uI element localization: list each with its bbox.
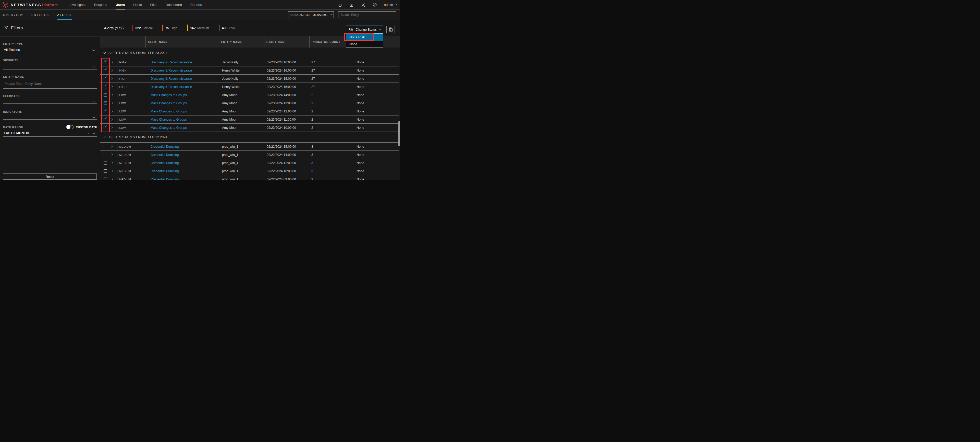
alert-name-cell: Discovery & Reconnaissance [145, 69, 219, 72]
indicators-select[interactable] [3, 114, 97, 120]
content: Filters ENTITY TYPE All Entities SEVERIT… [0, 20, 400, 180]
alert-name-link[interactable]: Discovery & Reconnaissance [151, 85, 192, 89]
feedback-cell: None [355, 145, 399, 148]
stopwatch-icon[interactable] [338, 3, 342, 7]
service-selector[interactable]: UEBA-250-162 - UEBA Ser... [288, 11, 334, 18]
entity-name-cell: proc_win_1 [219, 153, 264, 156]
expand-row-icon[interactable] [110, 94, 113, 96]
nav-icon-group: ? [338, 3, 377, 7]
table-row: MEDIUMCredential Dumpingproc_win_102/22/… [100, 142, 399, 151]
nav-item-reports[interactable]: Reports [190, 0, 202, 10]
alert-name-link[interactable]: Discovery & Reconnaissance [151, 69, 192, 72]
severity-name: Medium [197, 26, 209, 30]
tools-icon[interactable] [361, 3, 366, 7]
alert-name-link[interactable]: Credential Dumping [151, 161, 179, 165]
expand-row-icon[interactable] [110, 170, 113, 172]
severity-label: LOW [119, 102, 126, 105]
brand-suffix: Platform [42, 3, 58, 7]
alert-name-cell: Mass Changes to Groups [145, 110, 219, 113]
table-row: LOWMass Changes to GroupsAmy Moon02/23/2… [100, 91, 399, 99]
severity-count: 167 [190, 26, 196, 30]
expand-row-icon[interactable] [110, 153, 113, 156]
expand-row-icon[interactable] [110, 126, 113, 129]
alert-name-cell: Discovery & Reconnaissance [145, 61, 219, 64]
alert-name-cell: Credential Dumping [145, 169, 219, 173]
alerts-main: Alerts (972) 322Critical75High167Medium4… [100, 20, 400, 180]
severity-select[interactable] [3, 63, 97, 70]
row-checkbox[interactable] [103, 145, 107, 148]
nav-item-files[interactable]: Files [150, 0, 157, 10]
alert-name-link[interactable]: Discovery & Reconnaissance [151, 61, 192, 64]
export-alerts-button[interactable] [387, 26, 395, 33]
expand-row-icon[interactable] [110, 86, 113, 88]
chevron-down-icon[interactable] [103, 51, 106, 54]
alert-name-link[interactable]: Mass Changes to Groups [151, 126, 187, 129]
alert-name-link[interactable]: Credential Dumping [151, 145, 179, 148]
alert-name-link[interactable]: Credential Dumping [151, 153, 179, 156]
feedback-cell: None [355, 85, 399, 89]
menu-item-none[interactable]: None [346, 41, 383, 48]
expand-row-icon[interactable] [110, 178, 113, 180]
expand-row-icon[interactable] [110, 61, 113, 63]
row-checkbox[interactable] [103, 161, 107, 164]
feedback-cell: None [355, 126, 399, 129]
entity-type-select[interactable]: All Entities [3, 46, 97, 53]
tab-alerts[interactable]: ALERTS [57, 10, 72, 20]
clear-icon[interactable]: × [88, 132, 89, 135]
nav-item-dashboard[interactable]: Dashboard [165, 0, 182, 10]
alert-name-link[interactable]: Mass Changes to Groups [151, 118, 187, 121]
search-entity-input[interactable] [338, 11, 396, 18]
user-menu[interactable]: admin [384, 3, 396, 6]
tab-entities[interactable]: ENTITIES [32, 10, 49, 20]
custom-date-toggle[interactable] [67, 125, 73, 129]
alert-name-link[interactable]: Discovery & Reconnaissance [151, 77, 192, 80]
alert-name-link[interactable]: Mass Changes to Groups [151, 101, 187, 105]
alert-name-link[interactable]: Mass Changes to Groups [151, 93, 187, 97]
vertical-scrollbar[interactable] [398, 121, 400, 146]
netwitness-logo-icon [2, 0, 9, 10]
row-checkbox[interactable] [103, 153, 107, 156]
tab-overview[interactable]: OVERVIEW [3, 10, 23, 20]
expand-row-icon[interactable] [110, 77, 113, 80]
nav-item-users[interactable]: Users [116, 0, 125, 10]
row-checkbox[interactable] [103, 177, 107, 180]
expand-row-icon[interactable] [110, 102, 113, 104]
table-row: HIGHDiscovery & ReconnaissanceHenry Whit… [100, 83, 399, 91]
entity-name-label: ENTITY NAME [3, 75, 97, 78]
table-row: LOWMass Changes to GroupsAmy Moon02/23/2… [100, 124, 399, 132]
alert-name-link[interactable]: Credential Dumping [151, 177, 179, 180]
date-range-select[interactable]: LAST 3 MONTHS × [3, 131, 97, 137]
severity-bar [117, 177, 118, 180]
tab-bar: OVERVIEWENTITIESALERTS [3, 10, 72, 20]
expand-row-icon[interactable] [110, 110, 113, 112]
alert-name-cell: Mass Changes to Groups [145, 101, 219, 105]
alert-name-cell: Mass Changes to Groups [145, 118, 219, 121]
start-time-cell: 02/22/2024 12:00:00 [264, 161, 309, 165]
alert-name-link[interactable]: Mass Changes to Groups [151, 110, 187, 113]
entity-name-field [3, 79, 97, 89]
expand-row-icon[interactable] [110, 69, 113, 72]
row-checkbox[interactable] [103, 169, 107, 173]
top-nav: NETWITNESS Platform InvestigateRespondUs… [0, 0, 400, 10]
nav-item-respond[interactable]: Respond [94, 0, 107, 10]
feedback-select[interactable] [3, 99, 97, 104]
group-header: ALERTS STARTS FROMFEB 23 2024 [100, 48, 399, 58]
group-header-date: FEB 23 2024 [148, 51, 167, 55]
help-icon[interactable]: ? [372, 3, 377, 7]
expand-row-icon[interactable] [110, 145, 113, 148]
filters-title: Filters [11, 26, 23, 31]
nav-item-hosts[interactable]: Hosts [133, 0, 142, 10]
expand-row-icon[interactable] [110, 118, 113, 121]
change-status-button[interactable]: Change Status [346, 26, 383, 34]
nav-item-investigate[interactable]: Investigate [69, 0, 86, 10]
reset-button[interactable]: Reset [3, 174, 97, 180]
expand-row-icon[interactable] [110, 162, 113, 164]
alert-name-link[interactable]: Credential Dumping [151, 169, 179, 173]
severity-bar [117, 117, 118, 122]
netwitness-app: NETWITNESS Platform InvestigateRespondUs… [0, 0, 400, 180]
filters-sidebar: Filters ENTITY TYPE All Entities SEVERIT… [0, 20, 100, 180]
alert-name-cell: Mass Changes to Groups [145, 126, 219, 129]
preferences-icon[interactable] [349, 3, 354, 7]
entity-name-input[interactable] [4, 82, 97, 86]
chevron-down-icon[interactable] [103, 135, 106, 138]
